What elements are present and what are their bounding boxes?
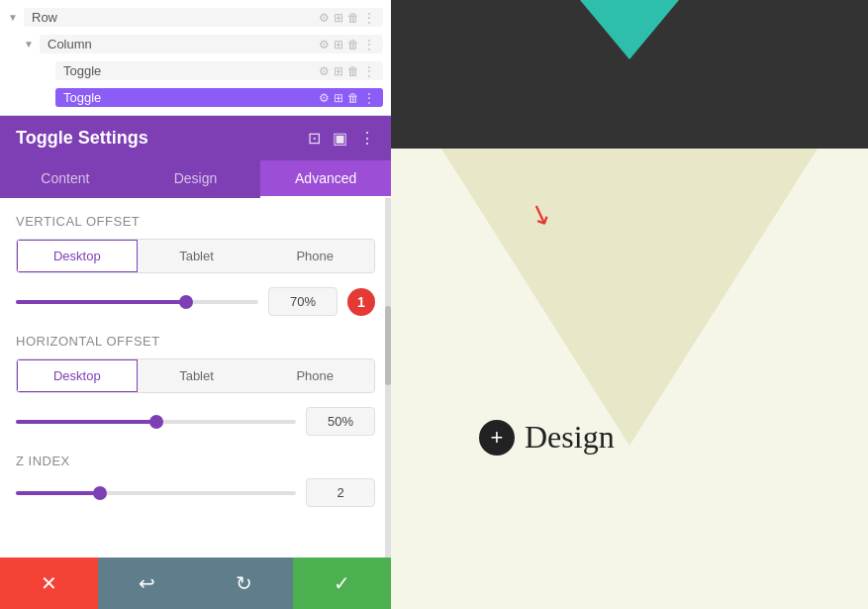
tab-design[interactable]: Design [131, 160, 261, 198]
horizontal-slider-thumb[interactable] [149, 415, 163, 429]
horizontal-desktop-btn[interactable]: Desktop [17, 359, 138, 392]
horizontal-device-toggle: Desktop Tablet Phone [16, 358, 375, 393]
more-icon-toggle2[interactable]: ⋮ [363, 91, 375, 105]
z-index-section: Z Index 2 [16, 454, 375, 507]
settings-icon-column[interactable]: ⚙ [319, 38, 330, 51]
horizontal-slider-value[interactable]: 50% [306, 407, 375, 436]
z-index-slider-thumb[interactable] [93, 486, 107, 500]
layer-row-row: ▼ Row ⚙ ⊞ 🗑 ⋮ [0, 4, 391, 31]
yellow-triangle [441, 149, 818, 446]
plus-circle-icon[interactable]: + [479, 420, 515, 456]
trash-icon-toggle2[interactable]: 🗑 [347, 91, 359, 105]
design-label-group[interactable]: + Design [479, 419, 615, 456]
z-index-label: Z Index [16, 454, 375, 468]
layer-label-column[interactable]: Column ⚙ ⊞ 🗑 ⋮ [40, 35, 383, 53]
plus-icon: + [491, 425, 504, 451]
expand-icon-column[interactable]: ▼ [24, 39, 40, 50]
settings-panel: Toggle Settings ⊡ ▣ ⋮ Content Design Adv… [0, 116, 391, 198]
layer-tree: ▼ Row ⚙ ⊞ 🗑 ⋮ ▼ Column ⚙ ⊞ 🗑 ⋮ [0, 0, 391, 116]
settings-icon-toggle1[interactable]: ⚙ [319, 64, 330, 78]
tab-content[interactable]: Content [0, 160, 131, 198]
canvas-top-strip [391, 0, 868, 149]
redo-button[interactable]: ↻ [196, 558, 294, 609]
more-icon-row[interactable]: ⋮ [363, 11, 375, 25]
copy-icon-row[interactable]: ⊞ [334, 11, 343, 25]
cancel-button[interactable]: ✕ [0, 558, 98, 609]
horizontal-slider-row: 50% [16, 407, 375, 436]
undo-button[interactable]: ↩ [98, 558, 196, 609]
vertical-badge: 1 [347, 288, 375, 316]
tab-advanced[interactable]: Advanced [260, 160, 391, 198]
more-icon-column[interactable]: ⋮ [363, 38, 375, 51]
settings-tabs: Content Design Advanced [0, 160, 391, 198]
layer-label-text-row: Row [32, 10, 57, 25]
copy-icon-toggle2[interactable]: ⊞ [334, 91, 343, 105]
copy-icon-toggle1[interactable]: ⊞ [334, 64, 343, 78]
settings-header: Toggle Settings ⊡ ▣ ⋮ [0, 116, 391, 160]
expand-icon-row[interactable]: ▼ [8, 12, 24, 23]
z-index-slider-value[interactable]: 2 [306, 478, 375, 507]
settings-icon-row[interactable]: ⚙ [319, 11, 330, 25]
layer-actions-row: ⚙ ⊞ 🗑 ⋮ [319, 11, 375, 25]
horizontal-slider-fill [16, 420, 156, 424]
trash-icon-row[interactable]: 🗑 [347, 11, 359, 25]
layer-row-toggle2: Toggle ⚙ ⊞ 🗑 ⋮ [0, 84, 391, 111]
settings-icon-toggle2[interactable]: ⚙ [319, 91, 330, 105]
layer-label-row[interactable]: Row ⚙ ⊞ 🗑 ⋮ [24, 8, 383, 27]
vertical-slider-row: 70% 1 [16, 287, 375, 316]
horizontal-offset-label: Horizontal Offset [16, 334, 375, 349]
vertical-slider-fill [16, 300, 186, 304]
vertical-slider-track[interactable] [16, 300, 258, 304]
expand-view-icon[interactable]: ⊡ [308, 129, 321, 148]
bottom-toolbar: ✕ ↩ ↻ ✓ [0, 558, 391, 609]
more-options-icon[interactable]: ⋮ [359, 129, 375, 148]
layer-label-text-toggle2: Toggle [63, 90, 101, 105]
split-view-icon[interactable]: ▣ [333, 129, 347, 148]
layer-label-text-column: Column [48, 37, 92, 51]
vertical-device-toggle: Desktop Tablet Phone [16, 239, 375, 273]
panel-title: Toggle Settings [16, 128, 148, 149]
horizontal-phone-btn[interactable]: Phone [255, 359, 374, 392]
save-button[interactable]: ✓ [293, 558, 391, 609]
layer-label-toggle1[interactable]: Toggle ⚙ ⊞ 🗑 ⋮ [55, 61, 383, 80]
layer-row-toggle1: Toggle ⚙ ⊞ 🗑 ⋮ [0, 57, 391, 84]
layer-actions-column: ⚙ ⊞ 🗑 ⋮ [319, 38, 375, 51]
header-icons: ⊡ ▣ ⋮ [308, 129, 375, 148]
layer-label-toggle2[interactable]: Toggle ⚙ ⊞ 🗑 ⋮ [55, 88, 383, 107]
vertical-slider-thumb[interactable] [179, 295, 193, 309]
z-index-slider-fill [16, 491, 100, 495]
teal-triangle [580, 0, 679, 59]
vertical-desktop-btn[interactable]: Desktop [17, 240, 138, 272]
horizontal-slider-track[interactable] [16, 420, 296, 424]
layer-actions-toggle2: ⚙ ⊞ 🗑 ⋮ [319, 91, 375, 105]
horizontal-tablet-btn[interactable]: Tablet [138, 359, 256, 392]
vertical-tablet-btn[interactable]: Tablet [138, 240, 256, 272]
trash-icon-column[interactable]: 🗑 [347, 38, 359, 51]
trash-icon-toggle1[interactable]: 🗑 [347, 64, 359, 78]
design-text: Design [525, 419, 615, 456]
settings-content: Vertical Offset Desktop Tablet Phone 70%… [0, 198, 391, 558]
layer-label-text-toggle1: Toggle [63, 63, 101, 78]
horizontal-offset-section: Horizontal Offset Desktop Tablet Phone 5… [16, 334, 375, 436]
vertical-offset-section: Vertical Offset Desktop Tablet Phone 70%… [16, 214, 375, 316]
layer-actions-toggle1: ⚙ ⊞ 🗑 ⋮ [319, 64, 375, 78]
vertical-slider-value[interactable]: 70% [268, 287, 338, 316]
vertical-phone-btn[interactable]: Phone [255, 240, 374, 272]
left-panel: ▼ Row ⚙ ⊞ 🗑 ⋮ ▼ Column ⚙ ⊞ 🗑 ⋮ [0, 0, 391, 609]
canvas-area: ↘ + Design [391, 0, 868, 609]
z-index-slider-row: 2 [16, 478, 375, 507]
more-icon-toggle1[interactable]: ⋮ [363, 64, 375, 78]
layer-row-column: ▼ Column ⚙ ⊞ 🗑 ⋮ [0, 31, 391, 57]
z-index-slider-track[interactable] [16, 491, 296, 495]
vertical-offset-label: Vertical Offset [16, 214, 375, 229]
copy-icon-column[interactable]: ⊞ [334, 38, 343, 51]
